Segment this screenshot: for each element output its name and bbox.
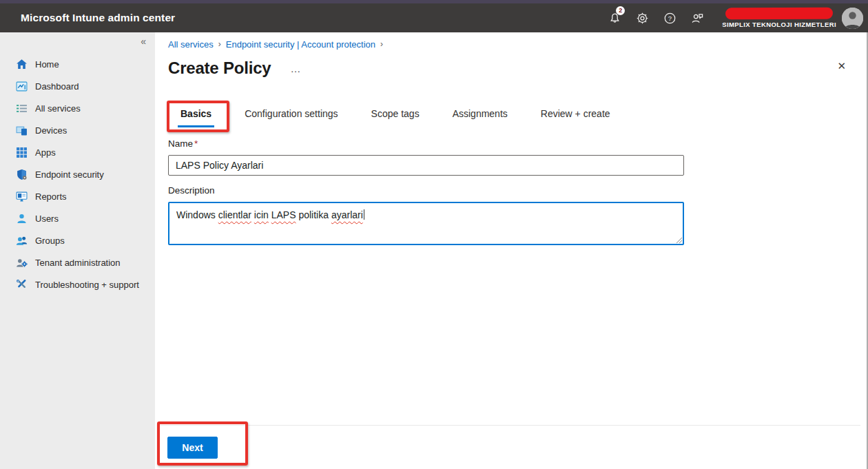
name-label: Name* <box>168 138 868 151</box>
more-options-icon[interactable]: … <box>290 63 301 74</box>
sidebar-item-groups[interactable]: Groups <box>0 229 155 251</box>
sidebar-item-dashboard[interactable]: Dashboard <box>0 75 155 97</box>
notification-badge: 2 <box>616 6 625 15</box>
all-services-icon <box>15 102 28 114</box>
tab-assignments[interactable]: Assignments <box>453 108 508 125</box>
description-textarea[interactable]: Windows clientlar icin LAPS politika aya… <box>168 202 684 245</box>
breadcrumb-endpoint-security-account-protection[interactable]: Endpoint security | Account protection <box>226 39 375 50</box>
tenant-name: SIMPLIX TEKNOLOJI HIZMETLERI <box>722 21 836 28</box>
home-icon <box>15 58 28 70</box>
chevron-right-icon: › <box>380 39 383 49</box>
text-caret <box>364 209 364 220</box>
svg-text:?: ? <box>668 14 671 21</box>
sidebar-item-tenant-administration[interactable]: Tenant administration <box>0 251 155 273</box>
sidebar-item-devices[interactable]: Devices <box>0 119 155 141</box>
breadcrumb-all-services[interactable]: All services <box>168 39 214 50</box>
required-asterisk: * <box>194 138 198 149</box>
reports-icon <box>15 190 28 202</box>
footer-divider <box>158 425 860 426</box>
sidebar-item-home[interactable]: Home <box>0 53 155 75</box>
name-input[interactable] <box>168 155 684 176</box>
dashboard-icon <box>15 80 28 92</box>
sidebar-item-troubleshooting[interactable]: Troubleshooting + support <box>0 273 155 295</box>
sidebar: « Home Dashboard All services Devices Ap… <box>0 32 155 469</box>
description-text: Windows clientlar icin LAPS politika aya… <box>176 209 364 220</box>
sidebar-nav: Home Dashboard All services Devices Apps… <box>0 53 155 295</box>
tab-bar: Basics Configuration settings Scope tags… <box>168 108 868 127</box>
close-icon[interactable]: ✕ <box>837 60 846 72</box>
top-bar: Microsoft Intune admin center 2 ? <box>0 3 868 32</box>
tab-scope-tags[interactable]: Scope tags <box>371 108 420 125</box>
main-content: All services › Endpoint security | Accou… <box>155 32 868 469</box>
chevron-right-icon: › <box>218 39 221 49</box>
intune-admin-center-window: Microsoft Intune admin center 2 ? <box>0 0 868 469</box>
account-info[interactable]: SIMPLIX TEKNOLOJI HIZMETLERI <box>722 8 836 28</box>
help-icon: ? <box>663 12 676 25</box>
person-feedback-icon <box>691 12 704 25</box>
wrench-tools-icon <box>15 278 28 291</box>
sidebar-item-reports[interactable]: Reports <box>0 185 155 207</box>
next-button[interactable]: Next <box>167 437 218 459</box>
sidebar-item-all-services[interactable]: All services <box>0 97 155 119</box>
description-label: Description <box>168 185 868 198</box>
breadcrumb: All services › Endpoint security | Accou… <box>168 38 868 50</box>
users-icon <box>15 212 28 225</box>
tab-configuration-settings[interactable]: Configuration settings <box>245 108 338 125</box>
resize-handle-icon[interactable] <box>675 236 682 243</box>
feedback-button[interactable] <box>683 3 711 32</box>
top-bar-actions: 2 ? SIMPLIX TEKNOLOJI HIZMETLERI <box>601 3 868 32</box>
devices-icon <box>15 124 28 136</box>
tab-review-create[interactable]: Review + create <box>541 108 610 125</box>
sidebar-item-users[interactable]: Users <box>0 207 155 229</box>
tab-basics[interactable]: Basics <box>180 108 211 125</box>
sidebar-item-apps[interactable]: Apps <box>0 141 155 163</box>
sidebar-collapse-button[interactable]: « <box>141 36 146 47</box>
sidebar-item-endpoint-security[interactable]: Endpoint security <box>0 163 155 185</box>
apps-icon <box>15 146 28 158</box>
groups-icon <box>15 234 28 247</box>
app-title[interactable]: Microsoft Intune admin center <box>21 12 175 24</box>
person-gear-icon <box>15 256 28 269</box>
redacted-username <box>725 8 833 20</box>
shield-gear-icon <box>15 168 28 180</box>
gear-icon <box>636 12 649 25</box>
avatar[interactable] <box>842 8 863 29</box>
page-title-row: Create Policy … <box>168 57 868 79</box>
help-button[interactable]: ? <box>656 3 683 32</box>
settings-button[interactable] <box>628 3 656 32</box>
notifications-button[interactable]: 2 <box>601 3 628 32</box>
page-title: Create Policy <box>168 59 271 78</box>
